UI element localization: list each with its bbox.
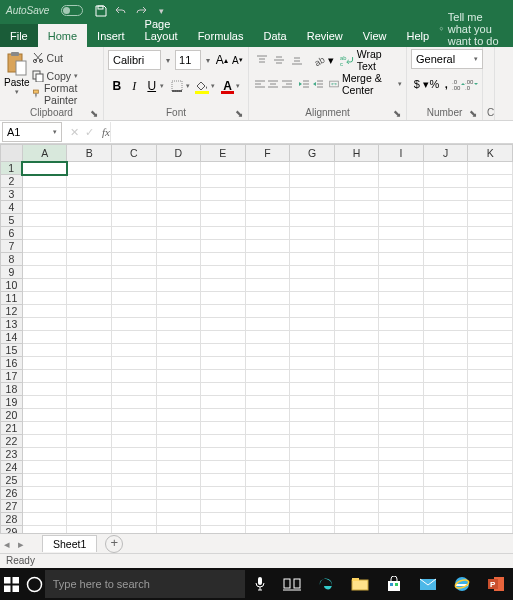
cell[interactable] [245,500,290,513]
chevron-down-icon[interactable]: ▾ [236,82,244,90]
cell[interactable] [67,214,112,227]
cell[interactable] [156,175,201,188]
cell[interactable] [423,318,468,331]
cell[interactable] [156,448,201,461]
cell[interactable] [111,487,156,500]
cell[interactable] [379,227,424,240]
cell[interactable] [22,214,67,227]
cell[interactable] [245,175,290,188]
cell[interactable] [423,292,468,305]
cell[interactable] [67,227,112,240]
cell[interactable] [379,487,424,500]
cell[interactable] [379,500,424,513]
cell[interactable] [379,201,424,214]
format-painter-button[interactable]: Format Painter [32,85,99,102]
tab-data[interactable]: Data [253,24,296,47]
cell[interactable] [468,162,513,175]
number-format-combo[interactable]: General ▾ [411,49,483,69]
percent-button[interactable]: % [429,74,441,94]
cell[interactable] [290,409,335,422]
cell[interactable] [111,461,156,474]
cell[interactable] [245,513,290,526]
cell[interactable] [468,383,513,396]
font-name-combo[interactable]: Calibri [108,50,161,70]
cell[interactable] [156,409,201,422]
taskbar-explorer-icon[interactable] [343,568,377,600]
align-middle-icon[interactable] [270,50,287,70]
cell[interactable] [334,292,379,305]
cell[interactable] [67,474,112,487]
cell[interactable] [468,357,513,370]
cell[interactable] [290,435,335,448]
row-header[interactable]: 7 [1,240,23,253]
cell[interactable] [468,292,513,305]
cell[interactable] [245,487,290,500]
cell[interactable] [201,253,246,266]
cell[interactable] [379,474,424,487]
cell[interactable] [334,370,379,383]
cell[interactable] [423,383,468,396]
cell[interactable] [379,214,424,227]
cell[interactable] [290,201,335,214]
cell[interactable] [334,448,379,461]
chevron-down-icon[interactable]: ▾ [186,82,194,90]
orientation-button[interactable]: ab [311,50,328,70]
cell[interactable] [468,344,513,357]
cell[interactable] [22,448,67,461]
increase-decimal-icon[interactable]: .0.00 [452,74,465,94]
row-header[interactable]: 5 [1,214,23,227]
taskbar-mail-icon[interactable] [411,568,445,600]
cell[interactable] [379,162,424,175]
cell[interactable] [156,526,201,534]
cell[interactable] [111,422,156,435]
cell[interactable] [334,344,379,357]
row-header[interactable]: 4 [1,201,23,214]
cell[interactable] [379,526,424,534]
cell[interactable] [67,422,112,435]
autosave-toggle[interactable] [61,5,83,16]
cell[interactable] [379,305,424,318]
cell[interactable] [290,318,335,331]
cell[interactable] [111,383,156,396]
cell[interactable] [201,435,246,448]
cell[interactable] [379,370,424,383]
cell[interactable] [423,357,468,370]
cell[interactable] [156,279,201,292]
cell[interactable] [290,305,335,318]
cell[interactable] [156,396,201,409]
row-header[interactable]: 15 [1,344,23,357]
cell[interactable] [201,331,246,344]
cell[interactable] [156,253,201,266]
cell[interactable] [334,526,379,534]
row-header[interactable]: 17 [1,370,23,383]
cell[interactable] [201,474,246,487]
cell[interactable] [111,396,156,409]
cell[interactable] [111,266,156,279]
cell[interactable] [334,435,379,448]
cell[interactable] [201,383,246,396]
increase-indent-icon[interactable] [311,74,324,94]
cell[interactable] [156,487,201,500]
row-header[interactable]: 26 [1,487,23,500]
dialog-launcher-icon[interactable]: ⬊ [89,108,99,118]
cell[interactable] [111,292,156,305]
cell[interactable] [22,513,67,526]
cell[interactable] [111,188,156,201]
chevron-down-icon[interactable]: ▾ [203,56,213,65]
cell[interactable] [22,266,67,279]
cell[interactable] [379,448,424,461]
cell[interactable] [423,370,468,383]
column-header[interactable]: I [379,145,424,162]
cell[interactable] [290,487,335,500]
cell[interactable] [468,513,513,526]
cell[interactable] [245,344,290,357]
row-header[interactable]: 28 [1,513,23,526]
chevron-down-icon[interactable]: ▾ [160,82,168,90]
decrease-decimal-icon[interactable]: .00.0 [465,74,478,94]
cell[interactable] [290,162,335,175]
sheet-nav-prev-icon[interactable]: ◂ [0,538,14,550]
tab-insert[interactable]: Insert [87,24,135,47]
cell[interactable] [379,253,424,266]
cell[interactable] [201,292,246,305]
cell[interactable] [22,162,67,175]
